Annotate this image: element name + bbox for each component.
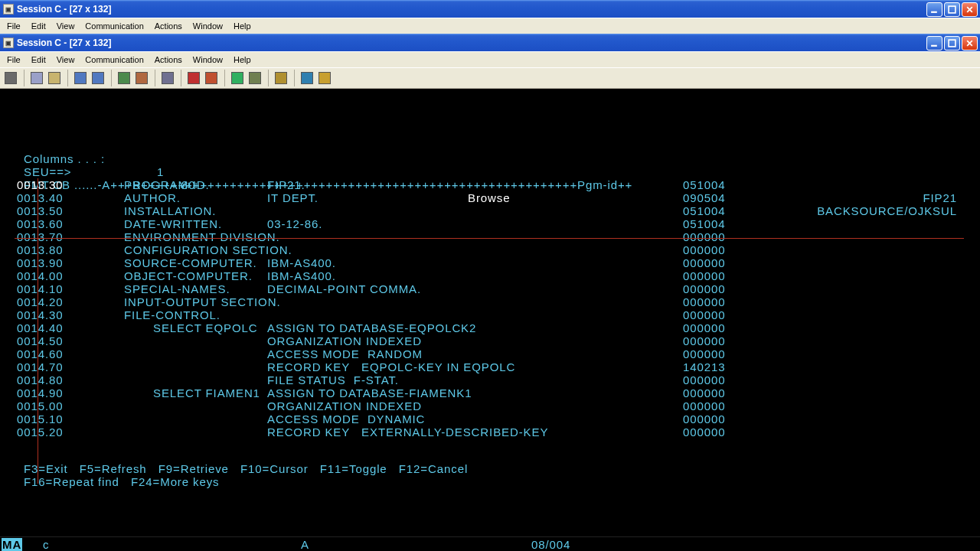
seq-number: 0013.70 [17,230,64,243]
help-icon[interactable] [316,70,333,86]
inner-menubar: FileEditViewCommunicationActionsWindowHe… [0,51,980,67]
seq-date: 000000 [683,243,725,256]
source-line[interactable]: 0015.00ORGANIZATION INDEXED000000 [0,399,980,412]
source-col-a: SELECT FIAMEN1 [153,386,260,399]
source-col-b: ASSIGN TO DATABASE-EQPOLCK2 [267,321,476,334]
source-line[interactable]: 0015.20RECORD KEY EXTERNALLY-DESCRIBED-K… [0,425,980,439]
source-col-a: PROGRAM-ID. [124,178,210,191]
color-icon[interactable] [133,70,150,86]
paste-icon[interactable] [46,70,63,86]
source-col-b: 03-12-86. [267,217,322,230]
menu-actions[interactable]: Actions [149,20,188,32]
status-keyboard: A [301,538,309,551]
source-line[interactable]: 0013.90SOURCE-COMPUTER.IBM-AS400.000000 [0,256,980,269]
copy-icon[interactable] [28,70,45,86]
source-line[interactable]: 0014.30FILE-CONTROL.000000 [0,308,980,321]
seq-number: 0015.00 [17,399,64,412]
source-col-a: SPECIAL-NAMES. [124,282,230,295]
seq-number: 0014.50 [17,334,64,347]
seq-date: 000000 [683,425,725,439]
source-col-a: ENVIRONMENT DIVISION. [124,230,280,243]
close-button[interactable] [962,2,978,17]
seq-date: 000000 [683,412,725,425]
source-line[interactable]: 0013.60DATE-WRITTEN.03-12-86.051004 [0,217,980,230]
send-icon[interactable] [72,70,89,86]
remap-icon[interactable] [159,70,176,86]
seq-date: 000000 [683,399,725,412]
status-bar: MA c A 08/004 [0,536,980,551]
menu-window[interactable]: Window [188,20,228,32]
source-col-b: FILE STATUS F-STAT. [267,373,399,386]
menu-view[interactable]: View [51,54,80,66]
app-icon: ▣ [3,37,14,48]
seq-date: 000000 [683,308,725,321]
source-col-a: AUTHOR. [124,191,181,204]
stop-icon[interactable] [203,70,220,86]
menu-communication[interactable]: Communication [80,20,149,32]
receive-icon[interactable] [90,70,106,86]
play-icon[interactable] [229,70,246,86]
menu-file[interactable]: File [2,20,26,32]
menu-actions[interactable]: Actions [149,54,188,66]
source-line[interactable]: 0013.40AUTHOR.IT DEPT.090504 [0,191,980,204]
source-col-b: IBM-AS400. [267,269,336,282]
source-line[interactable]: 0014.00OBJECT-COMPUTER.IBM-AS400.000000 [0,269,980,282]
quit-icon[interactable] [247,70,263,86]
source-line[interactable]: 0014.90SELECT FIAMEN1ASSIGN TO DATABASE-… [0,386,980,399]
outer-menubar: FileEditViewCommunicationActionsWindowHe… [0,18,980,34]
terminal-area[interactable]: Columns . . . : 1 80 Browse BACKSOURCE/O… [0,89,980,551]
seq-date: 000000 [683,386,725,399]
seq-date: 000000 [683,347,725,360]
record-icon[interactable] [185,70,202,86]
menu-edit[interactable]: Edit [26,54,51,66]
seq-date: 140213 [683,360,725,373]
seq-number: 0015.10 [17,412,64,425]
menu-window[interactable]: Window [188,54,228,66]
source-col-b: IBM-AS400. [267,256,336,269]
seq-number: 0014.80 [17,373,64,386]
source-line[interactable]: 0013.80CONFIGURATION SECTION.000000 [0,243,980,256]
minimize-button[interactable] [926,36,942,51]
status-position: 08/004 [531,538,570,551]
maximize-button[interactable] [944,36,960,51]
menu-view[interactable]: View [51,20,80,32]
source-line[interactable]: 0014.20INPUT-OUTPUT SECTION.000000 [0,295,980,308]
source-line[interactable]: 0014.60ACCESS MODE RANDOM000000 [0,347,980,360]
source-col-b: IT DEPT. [267,191,318,204]
source-line[interactable]: 0014.40SELECT EQPOLCASSIGN TO DATABASE-E… [0,321,980,334]
source-line[interactable]: 0015.10ACCESS MODE DYNAMIC000000 [0,412,980,425]
seq-date: 000000 [683,256,725,269]
seq-date: 000000 [683,269,725,282]
minimize-button[interactable] [926,2,942,17]
source-line[interactable]: 0013.30PROGRAM-ID.FIP21.051004 [0,178,980,191]
support-icon[interactable] [299,70,315,86]
source-line[interactable]: 0014.70RECORD KEY EQPOLC-KEY IN EQPOLC14… [0,360,980,373]
source-line[interactable]: 0013.70ENVIRONMENT DIVISION.000000 [0,230,980,243]
seq-number: 0013.90 [17,256,64,269]
source-line[interactable]: 0014.80FILE STATUS F-STAT.000000 [0,373,980,386]
seq-number: 0014.30 [17,308,64,321]
status-session: c [43,538,49,551]
menu-edit[interactable]: Edit [26,20,51,32]
menu-help[interactable]: Help [228,54,256,66]
display-icon[interactable] [116,70,132,86]
seq-date: 000000 [683,321,725,334]
seq-number: 0014.00 [17,269,64,282]
maximize-button[interactable] [944,2,960,17]
source-line[interactable]: 0014.10SPECIAL-NAMES.DECIMAL-POINT COMMA… [0,282,980,295]
source-col-b: ACCESS MODE DYNAMIC [267,412,425,425]
toolbar-separator [290,70,295,86]
source-col-a: FILE-CONTROL. [124,308,220,321]
source-line[interactable]: 0013.50INSTALLATION.051004 [0,204,980,217]
seq-number: 0014.40 [17,321,64,334]
close-button[interactable] [962,36,978,51]
menu-communication[interactable]: Communication [80,54,149,66]
svg-rect-3 [949,40,956,47]
menu-help[interactable]: Help [228,20,256,32]
source-line[interactable]: 0014.50ORGANIZATION INDEXED000000 [0,334,980,347]
menu-file[interactable]: File [2,54,26,66]
seq-number: 0014.70 [17,360,64,373]
run-icon[interactable] [273,70,289,86]
seq-date: 090504 [683,191,725,204]
print-icon[interactable] [2,70,19,86]
